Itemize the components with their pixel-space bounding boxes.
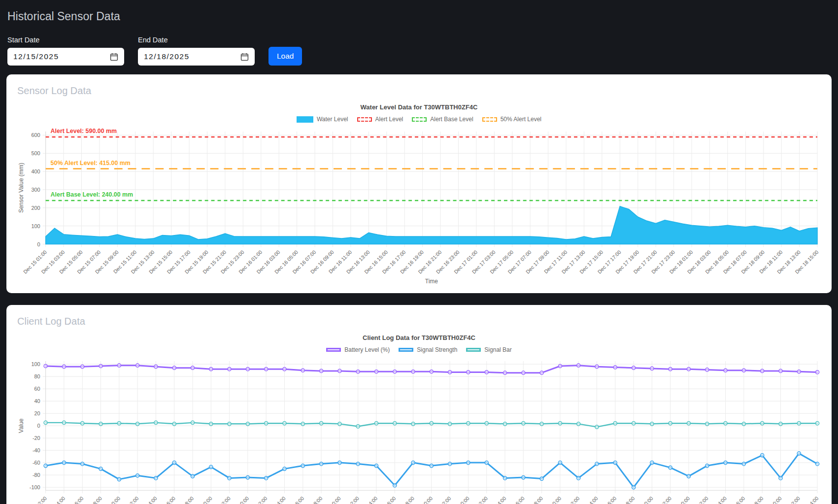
client-log-chart: -100-80-60-40-20020406080100Dec 15 02:00… bbox=[16, 356, 822, 504]
client-card-title: Client Log Data bbox=[17, 316, 822, 327]
legend-item[interactable]: Signal Bar bbox=[466, 346, 511, 353]
water-level-chart-legend: Water LevelAlert LevelAlert Base Level50… bbox=[16, 116, 822, 123]
svg-text:50% Alert Level: 415.00 mm: 50% Alert Level: 415.00 mm bbox=[51, 160, 131, 167]
legend-swatch bbox=[399, 348, 413, 352]
svg-text:Alert Level: 590.00 mm: Alert Level: 590.00 mm bbox=[51, 128, 117, 134]
svg-text:-20: -20 bbox=[33, 435, 40, 441]
page-title: Historical Sensor Data bbox=[7, 10, 832, 23]
legend-swatch bbox=[412, 117, 427, 122]
end-date-label: End Date bbox=[138, 36, 255, 44]
legend-label: Alert Level bbox=[375, 116, 403, 123]
legend-swatch bbox=[297, 116, 313, 123]
legend-label: Alert Base Level bbox=[430, 116, 473, 123]
svg-text:60: 60 bbox=[34, 386, 40, 392]
end-date-input[interactable]: 12/18/2025 bbox=[138, 48, 255, 66]
legend-item[interactable]: Water Level bbox=[297, 116, 348, 123]
svg-text:300: 300 bbox=[31, 187, 40, 193]
legend-swatch bbox=[357, 117, 372, 122]
legend-item[interactable]: Battery Level (%) bbox=[326, 346, 390, 353]
svg-text:0: 0 bbox=[37, 423, 40, 429]
svg-text:-80: -80 bbox=[33, 472, 40, 478]
svg-text:Dec 15 02:00: Dec 15 02:00 bbox=[22, 496, 48, 504]
svg-text:100: 100 bbox=[31, 361, 40, 367]
svg-text:80: 80 bbox=[34, 373, 40, 379]
legend-swatch bbox=[482, 117, 497, 122]
legend-label: Signal Strength bbox=[417, 346, 457, 353]
svg-text:Time: Time bbox=[425, 278, 438, 285]
legend-swatch bbox=[326, 348, 341, 352]
sensor-log-card: Sensor Log Data Water Level Data for T30… bbox=[6, 74, 832, 293]
legend-item[interactable]: 50% Alert Level bbox=[482, 116, 541, 123]
svg-text:0: 0 bbox=[37, 241, 40, 247]
svg-text:-100: -100 bbox=[30, 484, 40, 490]
svg-text:20: 20 bbox=[34, 410, 40, 416]
water-level-chart-title: Water Level Data for T30WTBTH0ZF4C bbox=[16, 103, 822, 111]
start-date-input[interactable]: 12/15/2025 bbox=[7, 48, 124, 66]
svg-text:400: 400 bbox=[31, 168, 40, 174]
svg-text:-60: -60 bbox=[33, 460, 40, 466]
svg-text:Sensor Value (mm): Sensor Value (mm) bbox=[18, 163, 25, 213]
load-button[interactable]: Load bbox=[268, 47, 302, 66]
start-date-field: Start Date 12/15/2025 bbox=[7, 36, 124, 66]
sensor-card-title: Sensor Log Data bbox=[17, 85, 822, 97]
calendar-icon[interactable] bbox=[110, 53, 118, 61]
calendar-icon[interactable] bbox=[240, 53, 249, 61]
legend-label: Signal Bar bbox=[484, 346, 511, 353]
legend-item[interactable]: Signal Strength bbox=[399, 346, 457, 353]
legend-label: Water Level bbox=[317, 116, 348, 123]
water-level-chart: 0100200300400500600Dec 15 01:00Dec 15 03… bbox=[16, 126, 822, 286]
legend-item[interactable]: Alert Base Level bbox=[412, 116, 473, 123]
date-range-form: Start Date 12/15/2025 End Date 12/18/202… bbox=[7, 36, 832, 66]
svg-text:Value: Value bbox=[18, 418, 25, 433]
client-log-chart-legend: Battery Level (%)Signal StrengthSignal B… bbox=[16, 346, 822, 353]
client-log-card: Client Log Data Client Log Data for T30W… bbox=[6, 305, 832, 504]
legend-swatch bbox=[466, 348, 481, 352]
svg-text:600: 600 bbox=[31, 132, 40, 138]
end-date-value[interactable]: 12/18/2025 bbox=[144, 52, 190, 61]
svg-text:100: 100 bbox=[31, 223, 40, 229]
svg-text:-40: -40 bbox=[33, 447, 40, 453]
end-date-field: End Date 12/18/2025 bbox=[138, 36, 255, 66]
legend-label: 50% Alert Level bbox=[501, 116, 541, 123]
svg-text:40: 40 bbox=[34, 398, 40, 404]
svg-text:200: 200 bbox=[31, 205, 40, 211]
legend-label: Battery Level (%) bbox=[344, 346, 390, 353]
start-date-value[interactable]: 12/15/2025 bbox=[13, 52, 59, 61]
client-log-chart-title: Client Log Data for T30WTBTH0ZF4C bbox=[16, 334, 822, 341]
svg-text:500: 500 bbox=[31, 150, 40, 156]
start-date-label: Start Date bbox=[7, 36, 124, 44]
svg-text:Alert Base Level: 240.00 mm: Alert Base Level: 240.00 mm bbox=[51, 191, 134, 198]
legend-item[interactable]: Alert Level bbox=[357, 116, 403, 123]
